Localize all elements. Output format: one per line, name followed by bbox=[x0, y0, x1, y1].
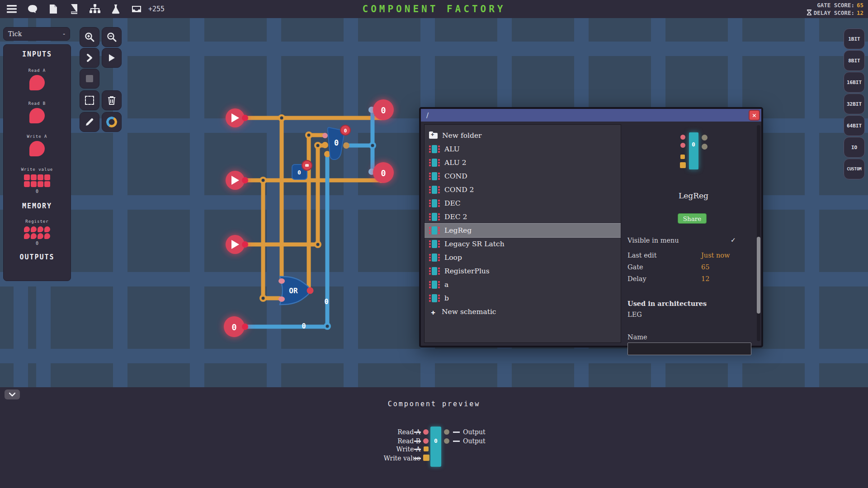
bit-button-64bit[interactable]: 64BIT bbox=[844, 115, 865, 136]
list-item-alu[interactable]: ALU bbox=[425, 142, 621, 156]
preview-pin-label: Read A bbox=[348, 428, 420, 436]
component-icon bbox=[429, 253, 440, 262]
bit-button-label: 8BIT bbox=[848, 58, 860, 64]
bottom-panel: Component preview Read A Read B Write A … bbox=[0, 387, 868, 488]
bit-button-8bit[interactable]: 8BIT bbox=[844, 50, 865, 71]
hue-ring-button[interactable] bbox=[102, 112, 122, 132]
dialog-scrollbar-thumb[interactable] bbox=[757, 237, 760, 314]
bit-button-1bit[interactable]: 1BIT bbox=[844, 28, 865, 49]
memory-header: MEMORY bbox=[22, 202, 52, 210]
edit-button[interactable] bbox=[80, 112, 99, 132]
dialog-title-bar[interactable]: / bbox=[421, 109, 761, 122]
bit-button-label: 32BIT bbox=[847, 101, 862, 107]
bit-button-label: 64BIT bbox=[847, 123, 862, 129]
pin-stub bbox=[414, 449, 421, 450]
list-item-new-folder[interactable]: New folder bbox=[425, 129, 621, 142]
collapse-dash-icon[interactable]: - bbox=[63, 30, 65, 38]
bit-button-io[interactable]: IO bbox=[844, 137, 865, 158]
name-label: Name bbox=[627, 333, 754, 341]
component-value: 0 bbox=[692, 141, 695, 148]
list-item-label: DEC bbox=[444, 199, 461, 207]
list-item-label: b bbox=[444, 294, 449, 302]
component-icon bbox=[429, 199, 440, 207]
component-left-pins bbox=[680, 132, 686, 169]
list-item-cond[interactable]: COND bbox=[425, 169, 621, 183]
bit-button-custom[interactable]: CUSTOM bbox=[844, 159, 865, 179]
list-item-a[interactable]: a bbox=[425, 278, 621, 291]
share-button[interactable]: Share bbox=[678, 213, 707, 224]
gate-score-value: 65 bbox=[857, 2, 863, 9]
list-item-label: Legacy SR Latch bbox=[444, 240, 505, 248]
used-in-header: Used in architectures bbox=[627, 300, 754, 307]
close-icon[interactable]: ✕ bbox=[749, 110, 760, 121]
component-icon bbox=[429, 281, 440, 289]
gate-label: Gate bbox=[627, 263, 643, 271]
read-a-pin[interactable] bbox=[29, 75, 45, 90]
register-pin[interactable] bbox=[24, 226, 50, 239]
list-item-label: a bbox=[444, 281, 448, 289]
dialog-path: / bbox=[426, 111, 429, 119]
gate-score-label: GATE SCORE: bbox=[817, 2, 854, 9]
top-bar: +255 COMPONENT FACTORY GATE SCORE: 65 DE… bbox=[0, 0, 868, 18]
list-item-new-schematic[interactable]: ✚New schematic bbox=[425, 305, 621, 319]
tick-selector[interactable]: Tick - bbox=[3, 27, 70, 41]
play-button[interactable] bbox=[102, 48, 122, 68]
write-a-preview-pin bbox=[424, 446, 429, 451]
zoom-out-button[interactable] bbox=[102, 27, 122, 47]
component-icon bbox=[429, 226, 440, 235]
delay-value: 12 bbox=[701, 275, 709, 282]
list-item-dec[interactable]: DEC bbox=[425, 197, 621, 210]
list-item-label: COND bbox=[444, 172, 467, 180]
zoom-in-button[interactable] bbox=[80, 27, 99, 47]
box-select-icon bbox=[85, 96, 94, 105]
component-icon bbox=[429, 294, 440, 302]
list-item-alu2[interactable]: ALU 2 bbox=[425, 156, 621, 169]
read-b-label: Read B bbox=[28, 101, 46, 106]
schematic-name: LegReg bbox=[627, 191, 760, 200]
schematic-list: New folder ALU ALU 2 COND COND 2 DEC DEC… bbox=[424, 124, 621, 343]
bit-button-32bit[interactable]: 32BIT bbox=[844, 94, 865, 114]
delete-button[interactable] bbox=[102, 90, 122, 110]
list-item-registerplus[interactable]: RegisterPlus bbox=[425, 264, 621, 278]
component-preview: Read A Read B Write A Write value 0 Outp… bbox=[344, 422, 533, 477]
write-a-pin[interactable] bbox=[29, 141, 45, 156]
collapse-panel-button[interactable] bbox=[5, 389, 20, 399]
bit-button-label: CUSTOM bbox=[847, 167, 862, 171]
visible-checkbox[interactable]: ✓ bbox=[731, 236, 736, 244]
component-preview-icon: 0 bbox=[627, 132, 760, 169]
list-item-label: Loop bbox=[444, 253, 462, 262]
bit-button-16bit[interactable]: 16BIT bbox=[844, 72, 865, 93]
stop-button[interactable] bbox=[80, 69, 99, 89]
dialog-scrollbar[interactable] bbox=[757, 125, 760, 341]
component-icon bbox=[429, 240, 440, 248]
delay-score-value: 12 bbox=[857, 9, 863, 16]
delay-score-row: DELAY SCORE: 12 bbox=[807, 9, 863, 17]
pin-stub bbox=[414, 441, 421, 442]
list-item-legreg[interactable]: LegReg bbox=[425, 224, 621, 237]
inputs-header: INPUTS bbox=[22, 50, 52, 58]
chevron-down-icon bbox=[9, 393, 15, 397]
preview-component-value: 0 bbox=[430, 437, 441, 444]
component-right-pins bbox=[702, 132, 708, 169]
step-button[interactable] bbox=[80, 48, 99, 68]
list-item-label: LegReg bbox=[444, 226, 472, 235]
write-value-pin[interactable] bbox=[24, 174, 50, 187]
read-b-pin[interactable] bbox=[29, 108, 45, 123]
share-button-label: Share bbox=[683, 215, 701, 222]
box-select-button[interactable] bbox=[80, 90, 99, 110]
list-item-cond2[interactable]: COND 2 bbox=[425, 183, 621, 197]
io-panel: INPUTS Read A Read B Write A Write value… bbox=[3, 44, 71, 281]
delay-row: Delay 12 bbox=[627, 275, 754, 282]
read-b-preview-pin bbox=[423, 438, 429, 444]
last-edit-label: Last edit bbox=[627, 252, 656, 259]
new-folder-icon bbox=[429, 133, 438, 139]
stop-icon bbox=[86, 75, 93, 82]
list-item-legacy-sr-latch[interactable]: Legacy SR Latch bbox=[425, 237, 621, 251]
output-2-preview-pin bbox=[444, 438, 449, 444]
name-input[interactable] bbox=[627, 343, 751, 355]
component-icon bbox=[429, 186, 440, 194]
pin-stub bbox=[414, 432, 421, 433]
list-item-loop[interactable]: Loop bbox=[425, 251, 621, 264]
list-item-dec2[interactable]: DEC 2 bbox=[425, 210, 621, 224]
list-item-b[interactable]: b bbox=[425, 291, 621, 305]
